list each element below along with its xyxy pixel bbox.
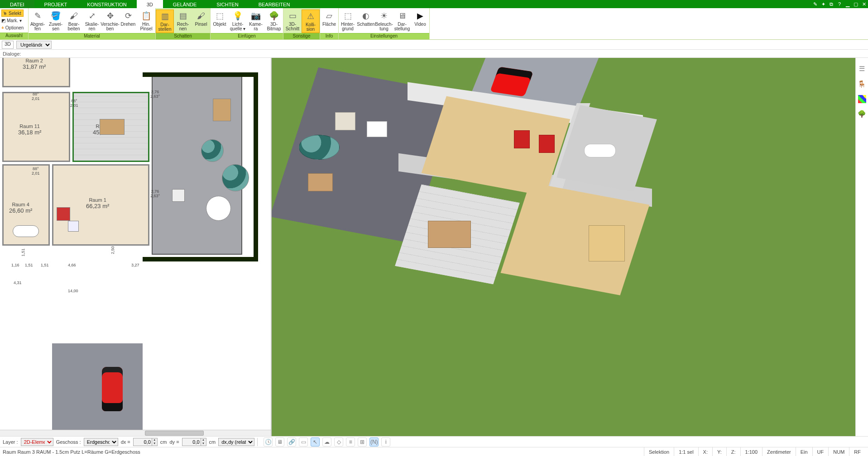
dining-table-2d[interactable] — [100, 119, 125, 135]
stairs-3d[interactable] — [589, 225, 625, 261]
status-num: NUM — [828, 447, 849, 456]
layers-icon[interactable]: ☰ — [858, 64, 867, 73]
view-3d[interactable] — [272, 58, 855, 436]
cloud-icon[interactable]: ☁ — [322, 437, 331, 446]
umbrella2-2d[interactable] — [201, 139, 224, 162]
rechnen-button[interactable]: ▤Rech-nen — [174, 10, 192, 33]
menu-tab-sichten[interactable]: SICHTEN — [206, 0, 248, 8]
sofa-2d[interactable] — [57, 207, 70, 221]
palette-icon[interactable] — [858, 95, 866, 103]
bench-2d[interactable] — [213, 99, 231, 121]
pencil-icon[interactable]: ✎ — [811, 0, 819, 8]
verschieben-button[interactable]: ✥Verschie-ben — [101, 10, 119, 33]
table-3d[interactable] — [367, 121, 387, 137]
lounge-chair-3d[interactable] — [335, 112, 355, 130]
terrain-dropdown[interactable]: Urgelände — [16, 41, 52, 49]
3d-schnitt-button[interactable]: ▭3D-Schnitt — [283, 10, 302, 33]
menu-tab-3d[interactable]: 3D — [137, 0, 163, 8]
abgreifen-button[interactable]: ✎Abgrei-fen — [29, 10, 47, 33]
schatten-set-button[interactable]: ◐Schatten — [357, 10, 375, 33]
mark-dropdown[interactable]: ◩ Mark. ▾ — [1, 17, 24, 24]
armchair-3d[interactable] — [514, 130, 530, 148]
dy-input[interactable] — [182, 438, 201, 446]
umbrella-3d[interactable] — [299, 135, 340, 160]
bearbeiten-button[interactable]: 🖌Bear-beiten — [65, 10, 83, 33]
geschoss-dropdown[interactable]: Erdgeschos — [84, 438, 118, 446]
drehen-button[interactable]: ⟳Drehen — [119, 10, 137, 33]
monitor-icon[interactable]: 🖥 — [275, 437, 284, 446]
coord-mode-dropdown[interactable]: dx,dy (relativ ka — [218, 438, 254, 446]
chair-catalog-icon[interactable]: 🪑 — [858, 80, 867, 89]
clock-icon[interactable]: 🕓 — [264, 437, 273, 446]
cursor-icon[interactable]: ↖ — [311, 437, 320, 446]
new-window-icon[interactable]: ⧉ — [827, 0, 835, 8]
info-icon[interactable]: i — [381, 437, 390, 446]
layer-dropdown[interactable]: 2D-Elemen — [21, 438, 53, 446]
dim-431: 4,31 — [14, 280, 22, 285]
status-left: Raum Raum 3 RAUM - 1.5cm Putz L=Räume G=… — [3, 449, 140, 455]
darstellen-button[interactable]: ▥Dar-stellen — [156, 10, 174, 33]
hintergrund-button[interactable]: ⬚Hinter-grund — [339, 10, 357, 33]
skalieren-button[interactable]: ⤢Skalie-ren — [83, 10, 101, 33]
hin-pinsel-button[interactable]: 📋Hin.Pinsel — [137, 10, 155, 33]
tree-catalog-icon[interactable]: 🌳 — [858, 109, 867, 119]
status-sel-ratio: 1:1 sel — [674, 447, 698, 456]
menu-tab-projekt[interactable]: PROJEKT — [34, 0, 77, 8]
dim-151a: 1,51 — [21, 248, 25, 256]
lichtquelle-button[interactable]: 💡Licht-quelle ▾ — [229, 10, 247, 33]
menu-tab-bearbeiten[interactable]: BEARBEITEN — [249, 0, 300, 8]
darstellung-button[interactable]: 🖥Dar-stellung — [393, 10, 411, 33]
menu-tab-datei[interactable]: DATEI — [0, 0, 34, 8]
close-icon[interactable]: ✕ — [860, 0, 868, 8]
rotate-icon: ⟳ — [123, 10, 134, 21]
dx-spinner[interactable]: ▲▼ — [152, 438, 158, 446]
car-2d[interactable] — [102, 367, 123, 411]
selekt-button[interactable]: 🖱 Selekt — [1, 10, 24, 17]
view-2d[interactable]: Raum 231,87 m² Raum 1136,18 m² Raum 345,… — [0, 58, 272, 436]
link-tool-icon[interactable]: 🔗 — [287, 437, 296, 446]
dialoge-label: Dialoge: — [3, 51, 21, 57]
diamond-icon[interactable]: ◇ — [334, 437, 343, 446]
dx-label: dx = — [121, 439, 130, 445]
zuweisen-button[interactable]: 🪣Zuwei-sen — [47, 10, 65, 33]
bathtub-2d[interactable] — [13, 225, 39, 237]
ribbon: 🖱 Selekt ◩ Mark. ▾ + Optionen Auswahl ✎A… — [0, 8, 868, 40]
grid-icon[interactable]: ⊞ — [358, 437, 367, 446]
round-table-2d[interactable] — [206, 196, 231, 221]
dim-88-201-a: 88°2,01 — [70, 99, 78, 108]
minimize-icon[interactable]: ▁ — [844, 0, 852, 8]
umbrella-2d[interactable] — [222, 164, 249, 191]
box-icon[interactable]: ▭ — [299, 437, 308, 446]
lines-icon[interactable]: ≡ — [346, 437, 355, 446]
table-2d[interactable] — [68, 221, 79, 232]
menu-tab-gelaende[interactable]: GELÄNDE — [163, 0, 207, 8]
dy-spinner[interactable]: ▲▼ — [201, 438, 206, 446]
pinsel-button[interactable]: 🖌Pinsel — [192, 10, 210, 33]
3d-bitmap-button[interactable]: 🌳3D-Bitmap — [265, 10, 283, 33]
play-icon: ▶ — [415, 10, 426, 21]
chair-2d[interactable] — [172, 189, 185, 202]
optionen-button[interactable]: + Optionen — [1, 24, 24, 31]
help-icon[interactable]: ? — [835, 0, 844, 8]
bathtub-3d[interactable] — [584, 144, 616, 157]
armchair2-3d[interactable] — [539, 135, 555, 153]
dx-input[interactable] — [133, 438, 152, 446]
link-icon[interactable]: ✦ — [819, 0, 827, 8]
flaeche-button[interactable]: ▱Fläche — [320, 10, 338, 33]
bracket-icon[interactable]: (N) — [369, 437, 379, 446]
beleuchtung-button[interactable]: ☀Beleuch-tung — [375, 10, 393, 33]
maximize-icon[interactable]: ▢ — [852, 0, 860, 8]
dining-table-3d[interactable] — [428, 221, 471, 248]
statusbar: Raum Raum 3 RAUM - 1.5cm Putz L=Räume G=… — [0, 447, 868, 456]
dim-466: 4,66 — [68, 263, 76, 267]
video-button[interactable]: ▶Video — [411, 10, 429, 33]
objekt-button[interactable]: ⬚Objekt — [211, 10, 229, 33]
scrollbar-2d-horizontal[interactable] — [0, 430, 271, 436]
kamera-button[interactable]: 📷Kame-ra — [247, 10, 265, 33]
bench-3d[interactable] — [308, 173, 333, 191]
kollision-button[interactable]: ⚠Kolli-sion — [302, 10, 320, 33]
menu-tab-konstruktion[interactable]: KONSTRUKTION — [77, 0, 136, 8]
dim-88-201-c: 88°2,01 — [32, 92, 40, 101]
status-y: Y: — [712, 447, 726, 456]
right-toolbar: ☰ 🪑 🌳 — [855, 58, 868, 436]
